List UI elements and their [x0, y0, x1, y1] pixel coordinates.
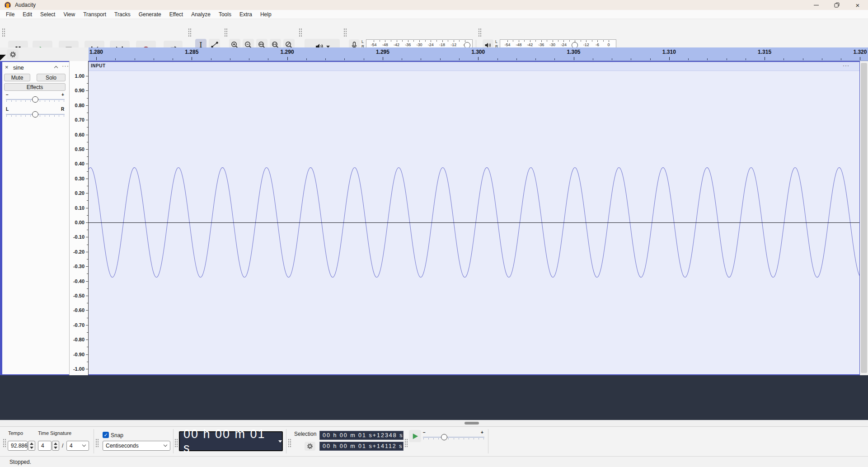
- edit-toolbar-grip[interactable]: [224, 28, 228, 37]
- timeline-minor-tick: [173, 58, 173, 60]
- timeline-label: 1.315: [758, 49, 771, 55]
- selection-start-field[interactable]: 00 h 00 m 01 s+12348 s: [319, 431, 404, 440]
- vertical-scrollbar-thumb[interactable]: [861, 63, 867, 373]
- tempo-input[interactable]: 92.886: [8, 441, 28, 451]
- restore-icon: [834, 2, 840, 8]
- window-title: Audacity: [15, 2, 36, 8]
- menu-item-help[interactable]: Help: [256, 10, 276, 19]
- menu-item-edit[interactable]: Edit: [19, 10, 36, 19]
- speed-slider-thumb[interactable]: [441, 434, 447, 440]
- menu-item-tracks[interactable]: Tracks: [110, 10, 135, 19]
- menu-item-select[interactable]: Select: [36, 10, 59, 19]
- close-button[interactable]: ×: [847, 0, 868, 10]
- waveform-area[interactable]: INPUT ···: [89, 62, 859, 374]
- pan-slider[interactable]: [6, 111, 65, 120]
- clip-header[interactable]: INPUT ···: [89, 62, 859, 71]
- track-close-button[interactable]: ×: [5, 64, 9, 71]
- meter-scale-number: -48: [516, 42, 521, 47]
- effects-button[interactable]: Effects: [4, 83, 66, 91]
- selection-toolbar-grip[interactable]: [288, 439, 291, 448]
- playback-meter-grip[interactable]: [478, 28, 482, 37]
- meter-scale-tick: [553, 40, 553, 42]
- time-signature-upper-input[interactable]: 4: [38, 441, 52, 451]
- slider-tick: [474, 438, 474, 439]
- timeline-major-tick: [860, 57, 860, 60]
- vertical-scale-major-tick: [86, 76, 88, 76]
- menu-item-analyze[interactable]: Analyze: [187, 10, 215, 19]
- meter-scale-tick: [425, 40, 426, 42]
- toolbar-separator: [286, 429, 286, 453]
- meter-scale-tick: [563, 40, 564, 42]
- timeline-minor-tick: [135, 58, 135, 60]
- menu-item-view[interactable]: View: [59, 10, 79, 19]
- track-menu-button[interactable]: ···: [62, 62, 69, 69]
- check-icon: ✓: [103, 432, 108, 438]
- spin-down-icon[interactable]: [54, 447, 57, 449]
- menu-item-transport[interactable]: Transport: [79, 10, 110, 19]
- meter-scale-tick: [436, 40, 437, 42]
- meter-scale-tick: [380, 40, 380, 42]
- selection-options-button[interactable]: [305, 442, 315, 451]
- time-toolbar-grip[interactable]: [3, 439, 6, 448]
- menu-item-effect[interactable]: Effect: [165, 10, 187, 19]
- timeline-selected-region[interactable]: 1.2801.2851.2901.2951.3001.3051.3101.315…: [89, 47, 868, 61]
- empty-track-background: [0, 375, 868, 420]
- clip-menu-button[interactable]: ···: [843, 62, 849, 69]
- time-display-grip[interactable]: [174, 439, 178, 448]
- minimize-button[interactable]: [806, 0, 826, 10]
- vertical-scale-major-tick: [86, 296, 88, 296]
- meter-scale-number: -24: [561, 42, 567, 47]
- slider-tick: [11, 100, 12, 102]
- meter-scale-number: 0: [607, 42, 610, 47]
- pan-slider-thumb[interactable]: [32, 111, 38, 118]
- menu-item-extra[interactable]: Extra: [235, 10, 256, 19]
- audio-setup-toolbar-grip[interactable]: [299, 28, 302, 37]
- timeline-minor-tick: [784, 58, 784, 60]
- selection-end-field[interactable]: 00 h 00 m 01 s+14112 s: [319, 442, 404, 451]
- snap-checkbox[interactable]: ✓: [103, 432, 109, 438]
- menu-item-generate[interactable]: Generate: [135, 10, 165, 19]
- horizontal-scrollbar-thumb[interactable]: [464, 422, 479, 425]
- horizontal-scrollbar[interactable]: [0, 420, 868, 426]
- snap-mode-combo[interactable]: Centiseconds: [103, 441, 170, 451]
- play-at-speed-button[interactable]: [409, 430, 421, 442]
- timeline-ruler[interactable]: 1.2801.2851.2901.2951.3001.3051.3101.315…: [0, 47, 868, 61]
- gain-slider-thumb[interactable]: [32, 96, 38, 103]
- slider-tick: [45, 100, 45, 102]
- menu-item-tools[interactable]: Tools: [215, 10, 235, 19]
- time-signature-label: Time Signature: [38, 430, 71, 436]
- timeline-major-tick: [192, 57, 192, 60]
- vertical-scale-minor-tick: [87, 142, 88, 142]
- tempo-spinner[interactable]: [28, 441, 35, 451]
- tools-toolbar-grip[interactable]: [188, 28, 192, 37]
- gain-slider[interactable]: [6, 96, 65, 105]
- time-signature-lower-select[interactable]: 4: [66, 441, 89, 451]
- track-collapse-icon[interactable]: [54, 66, 58, 70]
- audio-position-display[interactable]: 00 h 00 m 01 s: [179, 431, 283, 451]
- restore-button[interactable]: [826, 0, 847, 10]
- vertical-scale[interactable]: 1.000.900.800.700.600.500.400.300.200.10…: [69, 61, 89, 375]
- play-at-speed-grip[interactable]: [404, 439, 408, 448]
- track-name[interactable]: sine: [13, 64, 24, 71]
- playhead-pin-icon[interactable]: [0, 55, 6, 61]
- snap-toolbar-grip[interactable]: [95, 439, 99, 448]
- play-speed-slider[interactable]: [423, 434, 484, 443]
- time-signature-spinner[interactable]: [52, 441, 59, 451]
- transport-toolbar-grip[interactable]: [2, 28, 5, 37]
- menu-item-file[interactable]: File: [2, 10, 19, 19]
- spin-up-icon[interactable]: [30, 443, 33, 445]
- time-format-caret-icon[interactable]: [278, 440, 282, 443]
- timeline-major-tick: [383, 57, 383, 60]
- record-meter-grip[interactable]: [343, 28, 347, 37]
- timeline-options-button[interactable]: [7, 49, 19, 59]
- meter-scale-tick: [535, 40, 536, 42]
- spin-up-icon[interactable]: [54, 443, 57, 445]
- mute-button[interactable]: Mute: [4, 74, 30, 81]
- vertical-scale-label: 0.50: [75, 146, 84, 152]
- vertical-scrollbar[interactable]: [860, 61, 868, 375]
- spin-down-icon[interactable]: [30, 447, 33, 449]
- slider-tick: [448, 438, 449, 439]
- slider-tick: [40, 115, 40, 117]
- bottom-toolbar: Tempo 92.886 Time Signature 4 / 4 ✓ Snap…: [0, 426, 868, 456]
- solo-button[interactable]: Solo: [37, 74, 66, 81]
